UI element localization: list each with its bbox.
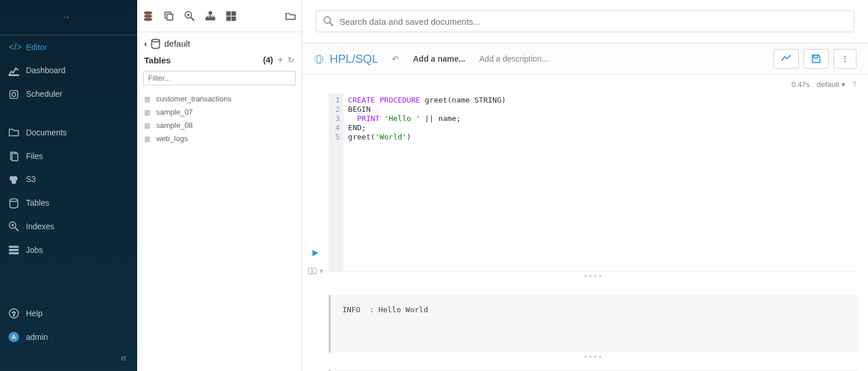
svg-point-41 [152,39,160,42]
nav-label: admin [26,332,48,342]
svg-rect-37 [227,12,231,16]
svg-point-10 [10,199,18,202]
description-input[interactable]: Add a description... [480,54,549,63]
table-item[interactable]: ▦sample_07 [137,105,301,119]
zoom-icon[interactable] [184,10,195,22]
nav-documents[interactable]: Documents [0,121,137,145]
table-icon: ▦ [144,95,150,103]
database-icon [9,198,19,209]
svg-point-21 [144,15,152,18]
resize-handle[interactable]: ●●●● [329,273,859,279]
search-wrap[interactable] [316,10,854,32]
back-icon[interactable]: ‹ [144,39,147,48]
nav-scheduler[interactable]: Scheduler [0,82,137,106]
svg-point-22 [144,18,152,21]
clock-icon [9,89,19,100]
search-plus-icon [9,221,19,232]
output-panel: INFO : Hello World [329,295,859,353]
svg-text:?: ? [12,311,16,317]
folder-icon [9,127,19,138]
table-list: ▦customer_transactions▦sample_07▦sample_… [137,90,301,151]
svg-rect-38 [232,12,236,16]
nav-label: Scheduler [26,89,62,99]
svg-rect-16 [9,249,18,251]
database-selector[interactable]: default ▾ [817,80,846,89]
nav-label: Jobs [26,245,43,255]
filter-input[interactable] [143,71,296,85]
cloud-icon [9,174,19,185]
svg-rect-39 [227,17,231,21]
collapse-sidebar-button[interactable]: « [120,351,127,364]
svg-point-42 [324,17,330,23]
copy-icon[interactable] [164,10,174,22]
svg-rect-2 [9,75,19,76]
search-input[interactable] [339,17,847,26]
breadcrumb-label: default [164,39,190,48]
db-breadcrumb[interactable]: ‹ default [137,32,301,51]
help-icon: ? [9,308,19,319]
table-icon: ▦ [144,108,150,116]
folder-open-icon[interactable] [285,10,296,22]
present-button[interactable]: ▾ [307,266,324,277]
nav-s3[interactable]: S3 [0,168,137,191]
nav-help[interactable]: ? Help [0,301,137,325]
db-toolbar [137,0,301,32]
svg-point-20 [144,12,152,14]
grid-icon[interactable] [226,10,236,22]
table-item[interactable]: ▦sample_08 [137,119,301,132]
tree-icon[interactable] [205,10,216,22]
table-name: sample_08 [156,121,193,130]
history-icon[interactable]: ↶ [392,54,399,63]
run-button[interactable]: ▶ [312,248,319,257]
table-item[interactable]: ▦web_logs [137,132,301,145]
editor-header: HPL/SQL ↶ Add a name... Add a descriptio… [302,43,868,75]
add-icon[interactable]: + [278,55,283,65]
code-editor[interactable]: 12345 CREATE PROCEDURE greet(name STRING… [329,93,859,272]
nav-label: Documents [26,128,67,137]
nav-jobs[interactable]: Jobs [0,238,137,262]
search-bar [302,0,868,43]
table-name: customer_transactions [156,94,232,103]
avatar-icon: A [9,331,19,342]
name-input[interactable]: Add a name... [413,54,465,63]
editor-type[interactable]: HPL/SQL [314,52,378,66]
save-button[interactable] [803,49,829,69]
section-title: Tables [144,55,171,65]
more-button[interactable]: ⋮ [833,49,856,69]
nav-indexes[interactable]: Indexes [0,215,137,238]
nav-label: Dashboard [26,66,66,75]
code-icon: </> [9,42,19,52]
list-icon [9,244,19,255]
svg-rect-24 [167,14,173,20]
nav-editor[interactable]: </> Editor [0,36,137,59]
refresh-icon[interactable]: ↻ [288,55,295,65]
globe-icon [314,52,324,66]
svg-rect-15 [9,246,18,247]
help-icon[interactable]: ? [852,80,856,89]
nav-dashboard[interactable]: Dashboard [0,59,137,82]
table-count: (4) [263,55,273,65]
nav-label: S3 [26,175,36,184]
nav-admin[interactable]: A admin [0,325,137,371]
db-panel: ‹ default Tables (4) + ↻ ▦customer_trans… [137,0,302,371]
svg-rect-32 [212,18,215,21]
code-content[interactable]: CREATE PROCEDURE greet(name STRING)BEGIN… [344,93,859,271]
svg-rect-6 [12,154,18,161]
table-icon: ▦ [144,122,150,130]
nav-files[interactable]: Files [0,144,137,168]
nav-label: Files [26,152,43,161]
svg-rect-30 [206,18,209,21]
chart-icon [9,65,19,76]
nav-label: Indexes [26,222,54,231]
resize-handle[interactable]: ●●●● [329,354,859,359]
nav-tables[interactable]: Tables [0,191,137,215]
svg-point-0 [65,17,65,17]
search-icon [323,16,334,26]
svg-point-44 [315,55,323,63]
chart-button[interactable] [773,49,799,69]
table-item[interactable]: ▦customer_transactions [137,92,301,105]
svg-rect-40 [232,17,236,21]
svg-point-45 [316,55,320,63]
database-icon [150,38,161,49]
sources-icon[interactable] [143,10,153,22]
